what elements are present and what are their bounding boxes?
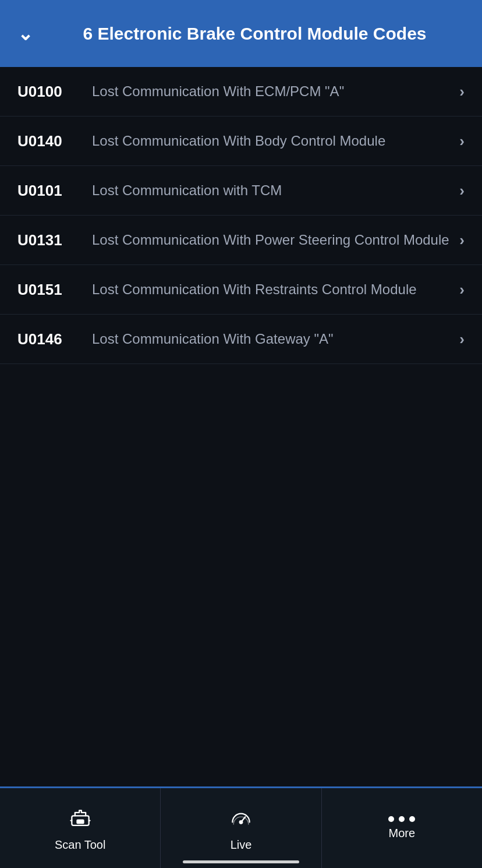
chevron-right-icon: ›: [459, 231, 465, 249]
code-label: U0131: [17, 231, 81, 249]
list-item[interactable]: U0151 Lost Communication With Restraints…: [0, 265, 482, 315]
code-description: Lost Communication With Gateway "A": [92, 330, 452, 348]
nav-scan-tool[interactable]: Scan Tool: [0, 788, 160, 868]
code-description: Lost Communication with TCM: [92, 181, 452, 199]
list-item[interactable]: U0140 Lost Communication With Body Contr…: [0, 117, 482, 166]
live-label: Live: [231, 838, 252, 852]
page-title: 6 Electronic Brake Control Module Codes: [45, 22, 465, 45]
code-label: U0140: [17, 132, 81, 150]
code-label: U0100: [17, 83, 81, 101]
codes-list: U0100 Lost Communication With ECM/PCM "A…: [0, 67, 482, 786]
svg-rect-3: [77, 820, 83, 823]
more-dots-icon: [388, 816, 415, 822]
code-description: Lost Communication With Restraints Contr…: [92, 280, 452, 298]
scan-tool-icon: [68, 805, 93, 834]
back-chevron-icon[interactable]: ⌄: [17, 23, 33, 45]
dot3: [409, 816, 415, 822]
scan-tool-label: Scan Tool: [55, 838, 105, 852]
nav-live[interactable]: Live: [160, 788, 321, 868]
chevron-right-icon: ›: [459, 83, 465, 101]
code-description: Lost Communication With Body Control Mod…: [92, 132, 452, 150]
bottom-nav: Scan Tool Live More: [0, 786, 482, 868]
more-label: More: [389, 827, 416, 840]
live-icon: [228, 805, 254, 834]
list-item[interactable]: U0101 Lost Communication with TCM ›: [0, 166, 482, 216]
list-item[interactable]: U0100 Lost Communication With ECM/PCM "A…: [0, 67, 482, 117]
chevron-right-icon: ›: [459, 182, 465, 200]
dot2: [399, 816, 405, 822]
code-label: U0151: [17, 281, 81, 299]
code-description: Lost Communication With ECM/PCM "A": [92, 82, 452, 100]
chevron-right-icon: ›: [459, 132, 465, 150]
dot1: [388, 816, 394, 822]
list-item[interactable]: U0146 Lost Communication With Gateway "A…: [0, 315, 482, 364]
code-description: Lost Communication With Power Steering C…: [92, 231, 452, 249]
header-banner[interactable]: ⌄ 6 Electronic Brake Control Module Code…: [0, 0, 482, 67]
svg-point-5: [240, 821, 243, 824]
code-label: U0101: [17, 182, 81, 200]
nav-more[interactable]: More: [322, 788, 482, 868]
chevron-right-icon: ›: [459, 330, 465, 348]
code-label: U0146: [17, 330, 81, 348]
list-item[interactable]: U0131 Lost Communication With Power Stee…: [0, 216, 482, 265]
home-indicator: [183, 860, 299, 863]
chevron-right-icon: ›: [459, 281, 465, 299]
